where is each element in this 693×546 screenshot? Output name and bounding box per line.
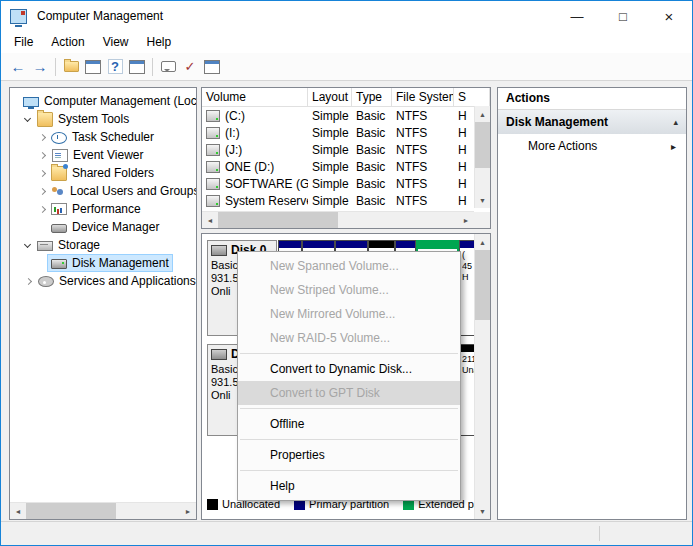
primary-stripe	[336, 241, 367, 248]
window-title: Computer Management	[37, 9, 163, 23]
chevron-expanded-icon[interactable]	[22, 112, 34, 126]
console-window-icon[interactable]	[82, 56, 104, 78]
chevron-collapsed-icon[interactable]	[36, 184, 48, 198]
scroll-down-icon[interactable]: ▼	[475, 503, 491, 519]
volume-vertical-scrollbar[interactable]: ▲ ▼	[474, 106, 490, 208]
help-icon[interactable]: ?	[104, 56, 126, 78]
actions-title: Actions	[498, 88, 686, 110]
volume-row[interactable]: System Reserved Simple Basic NTFS H	[202, 192, 490, 209]
actions-section-disk-management[interactable]: Disk Management ▴	[498, 110, 686, 134]
scrollbar-thumb[interactable]	[218, 212, 338, 228]
volume-icon	[206, 127, 220, 139]
back-icon[interactable]: ←	[7, 56, 29, 78]
tree-item-performance[interactable]: Performance	[10, 200, 196, 218]
tree-item-storage[interactable]: Storage	[10, 236, 196, 254]
primary-stripe	[279, 241, 301, 248]
scroll-up-icon[interactable]: ▲	[475, 234, 491, 250]
primary-stripe	[396, 241, 415, 248]
scroll-up-icon[interactable]: ▲	[475, 106, 491, 122]
event-log-icon	[52, 149, 68, 162]
tree-horizontal-scrollbar[interactable]: ◄ ►	[10, 502, 196, 519]
tree-item-shared-folders[interactable]: Shared Folders	[10, 164, 196, 182]
chevron-expanded-icon[interactable]	[22, 238, 34, 252]
chevron-collapsed-icon[interactable]	[22, 274, 34, 288]
device-icon	[51, 224, 67, 233]
menu-separator	[240, 439, 458, 440]
scroll-down-icon[interactable]: ▼	[475, 192, 491, 208]
scrollbar-thumb[interactable]	[26, 503, 116, 519]
tree-item-device-manager[interactable]: Device Manager	[10, 218, 196, 236]
disk-vertical-scrollbar[interactable]: ▲ ▼	[474, 234, 490, 519]
menu-item-convert-to-dynamic-disk[interactable]: Convert to Dynamic Disk...	[238, 357, 460, 381]
more-actions-item[interactable]: More Actions ▸	[498, 134, 686, 158]
volume-row[interactable]: SOFTWARE (G:) Simple Basic NTFS H	[202, 175, 490, 192]
chevron-collapsed-icon[interactable]	[36, 166, 48, 180]
volume-horizontal-scrollbar[interactable]: ◄ ►	[202, 211, 474, 228]
export-list-icon[interactable]	[60, 56, 82, 78]
close-button[interactable]: ×	[646, 1, 692, 31]
column-header-file-system[interactable]: File System	[392, 88, 454, 106]
menu-item-convert-to-gpt-disk[interactable]: Convert to GPT Disk	[238, 381, 460, 405]
menu-view[interactable]: View	[94, 31, 138, 53]
unallocated-segment[interactable]: 211. Una	[459, 344, 475, 436]
chevron-collapsed-icon[interactable]	[36, 202, 48, 216]
clock-icon	[51, 132, 67, 144]
scrollbar-thumb[interactable]	[475, 122, 490, 168]
window-controls: — □ ×	[554, 1, 692, 31]
tree-item-local-users-groups[interactable]: Local Users and Groups	[10, 182, 196, 200]
unallocated-legend-swatch	[207, 499, 218, 510]
tree-item-task-scheduler[interactable]: Task Scheduler	[10, 128, 196, 146]
chevron-collapsed-icon[interactable]	[36, 148, 48, 162]
menu-item-help[interactable]: Help	[238, 474, 460, 498]
computer-management-window: { "window": {"title": "Computer Manageme…	[0, 0, 693, 546]
menu-help[interactable]: Help	[138, 31, 181, 53]
scrollbar-corner	[474, 212, 490, 228]
tree-item-system-tools[interactable]: System Tools	[10, 110, 196, 128]
column-header-layout[interactable]: Layout	[308, 88, 352, 106]
chevron-collapsed-icon[interactable]	[36, 130, 48, 144]
menu-separator	[240, 353, 458, 354]
actions-panel: Actions Disk Management ▴ More Actions ▸	[497, 87, 687, 520]
tree-item-disk-management[interactable]: Disk Management	[10, 254, 196, 272]
tree-item-computer-management[interactable]: Computer Management (Local	[10, 92, 196, 110]
scroll-right-icon[interactable]: ►	[458, 212, 474, 228]
volume-list-header: Volume Layout Type File System S	[202, 88, 490, 107]
scroll-right-icon[interactable]: ►	[180, 503, 196, 519]
title-bar[interactable]: Computer Management — □ ×	[1, 1, 692, 31]
primary-stripe	[303, 241, 334, 248]
menu-action[interactable]: Action	[42, 31, 93, 53]
users-icon	[51, 185, 65, 198]
status-bar-divider	[599, 526, 600, 541]
maximize-button[interactable]: □	[600, 1, 646, 31]
menu-file[interactable]: File	[5, 31, 42, 53]
commit-check-icon[interactable]: ✓	[179, 56, 201, 78]
column-header-volume[interactable]: Volume	[202, 88, 308, 106]
disk-context-menu: New Spanned Volume... New Striped Volume…	[237, 251, 461, 501]
window-icon	[85, 60, 101, 74]
status-balloon-icon[interactable]	[157, 56, 179, 78]
list-view-icon[interactable]	[201, 56, 223, 78]
scroll-left-icon[interactable]: ◄	[10, 503, 26, 519]
partition-segment[interactable]: ( 45 H	[459, 240, 475, 336]
menu-item-properties[interactable]: Properties	[238, 443, 460, 467]
volume-row[interactable]: (C:) Simple Basic NTFS H	[202, 107, 490, 124]
show-dialog-icon[interactable]	[126, 56, 148, 78]
menu-item-offline[interactable]: Offline	[238, 412, 460, 436]
folder-icon	[64, 61, 79, 72]
column-header-status[interactable]: S	[454, 88, 490, 106]
tree-item-services-applications[interactable]: Services and Applications	[10, 272, 196, 290]
volume-row[interactable]: ONE (D:) Simple Basic NTFS H	[202, 158, 490, 175]
scrollbar-thumb[interactable]	[475, 250, 490, 320]
storage-icon	[37, 241, 53, 251]
menu-item-new-mirrored-volume: New Mirrored Volume...	[238, 302, 460, 326]
volume-icon	[206, 110, 220, 122]
tree-item-event-viewer[interactable]: Event Viewer	[10, 146, 196, 164]
forward-icon[interactable]: →	[29, 56, 51, 78]
scroll-left-icon[interactable]: ◄	[202, 212, 218, 228]
volume-row[interactable]: (J:) Simple Basic NTFS H	[202, 141, 490, 158]
minimize-button[interactable]: —	[554, 1, 600, 31]
volume-row[interactable]: (I:) Simple Basic NTFS H	[202, 124, 490, 141]
column-header-type[interactable]: Type	[352, 88, 392, 106]
collapse-icon[interactable]: ▴	[673, 117, 678, 127]
primary-stripe	[460, 241, 474, 248]
